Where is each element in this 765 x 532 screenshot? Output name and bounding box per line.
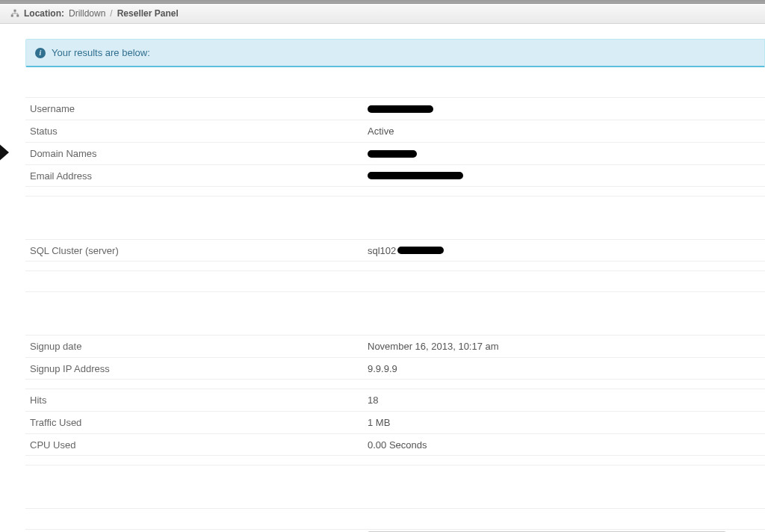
row-email: Email Address bbox=[25, 164, 765, 187]
sitemap-icon bbox=[10, 9, 19, 18]
info-icon: i bbox=[35, 48, 46, 58]
value-traffic-used: 1 MB bbox=[368, 417, 765, 428]
svg-rect-0 bbox=[14, 10, 16, 12]
group-spacer bbox=[25, 270, 765, 291]
redacted-value bbox=[368, 105, 433, 113]
row-signup-date: Signup date November 16, 2013, 10:17 am bbox=[25, 335, 765, 357]
info-notice: i Your results are below: bbox=[25, 39, 765, 67]
redacted-value bbox=[397, 247, 444, 254]
breadcrumb-label: Location: bbox=[24, 8, 64, 19]
label-domain: Domain Names bbox=[25, 148, 368, 159]
svg-rect-1 bbox=[11, 15, 13, 17]
row-domain: Domain Names bbox=[25, 142, 765, 164]
label-email: Email Address bbox=[25, 170, 368, 182]
account-details-group: Username Status Active Domain Names Emai… bbox=[25, 97, 765, 187]
value-signup-date: November 16, 2013, 10:17 am bbox=[368, 341, 765, 352]
label-username: Username bbox=[25, 103, 368, 114]
group-spacer bbox=[25, 196, 765, 239]
info-notice-text: Your results are below: bbox=[52, 47, 150, 58]
row-cpu-used: CPU Used 0.00 Seconds bbox=[25, 433, 765, 456]
sidebar-expand-arrow-icon[interactable] bbox=[0, 142, 9, 163]
redacted-value bbox=[368, 172, 463, 179]
value-status: Active bbox=[368, 126, 765, 137]
sql-prefix-text: sql102 bbox=[368, 245, 396, 256]
row-traffic-quota: Traffic Quota (MB) 8796093022208 bbox=[25, 529, 765, 532]
label-signup-date: Signup date bbox=[25, 341, 368, 352]
server-details-group: SQL Cluster (server) sql102 bbox=[25, 239, 765, 262]
value-sql-cluster: sql102 bbox=[368, 245, 765, 256]
redacted-value bbox=[368, 150, 417, 158]
value-username bbox=[368, 105, 765, 113]
label-signup-ip: Signup IP Address bbox=[25, 363, 368, 374]
value-email bbox=[368, 172, 765, 179]
row-traffic-used: Traffic Used 1 MB bbox=[25, 411, 765, 433]
group-spacer bbox=[25, 291, 765, 335]
quota-details-group: Traffic Quota (MB) 8796093022208 bbox=[25, 529, 765, 532]
label-sql-cluster: SQL Cluster (server) bbox=[25, 245, 368, 256]
value-signup-ip: 9.9.9.9 bbox=[368, 363, 765, 374]
value-domain bbox=[368, 150, 765, 158]
group-spacer bbox=[25, 508, 765, 529]
row-status: Status Active bbox=[25, 120, 765, 142]
row-username: Username bbox=[25, 97, 765, 120]
label-traffic-used: Traffic Used bbox=[25, 417, 368, 428]
breadcrumb: Location: Drilldown / Reseller Panel bbox=[0, 4, 765, 24]
breadcrumb-separator: / bbox=[110, 8, 112, 19]
row-signup-ip: Signup IP Address 9.9.9.9 bbox=[25, 357, 765, 380]
label-hits: Hits bbox=[25, 395, 368, 406]
main-content: i Your results are below: Username Statu… bbox=[0, 24, 765, 532]
breadcrumb-current: Reseller Panel bbox=[117, 8, 179, 19]
value-hits: 18 bbox=[368, 395, 765, 406]
row-hits: Hits 18 bbox=[25, 389, 765, 411]
label-status: Status bbox=[25, 126, 368, 137]
signup-details-group: Signup date November 16, 2013, 10:17 am … bbox=[25, 335, 765, 380]
group-spacer bbox=[25, 465, 765, 508]
label-cpu-used: CPU Used bbox=[25, 439, 368, 451]
breadcrumb-link-drilldown[interactable]: Drilldown bbox=[69, 8, 105, 19]
svg-rect-2 bbox=[16, 15, 19, 17]
usage-details-group: Hits 18 Traffic Used 1 MB CPU Used 0.00 … bbox=[25, 389, 765, 456]
row-sql-cluster: SQL Cluster (server) sql102 bbox=[25, 239, 765, 262]
value-cpu-used: 0.00 Seconds bbox=[368, 439, 765, 451]
